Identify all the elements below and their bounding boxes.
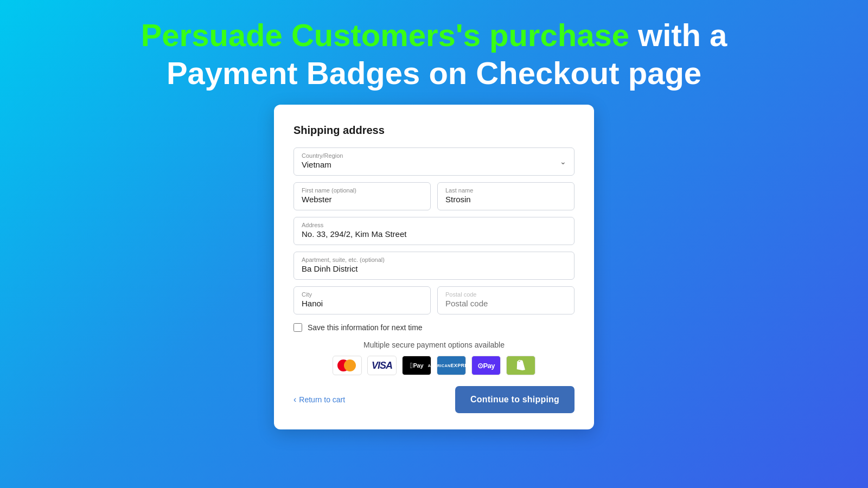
chevron-down-icon: ⌄ — [560, 157, 566, 166]
opay-badge: ⊙Pay — [471, 356, 501, 375]
visa-badge: VISA — [367, 356, 397, 375]
address-label: Address — [302, 222, 566, 228]
country-group: Country/Region Vietnam United States Uni… — [293, 147, 575, 176]
page-headline: Persuade Customers's purchase with a Pay… — [141, 16, 727, 92]
return-to-cart-link[interactable]: ‹ Return to cart — [293, 395, 345, 404]
applepay-badge:  Pay — [402, 356, 431, 375]
continue-to-shipping-button[interactable]: Continue to shipping — [455, 386, 575, 413]
last-name-group: Last name — [437, 182, 575, 210]
city-label: City — [302, 291, 423, 298]
apartment-wrapper: Apartment, suite, etc. (optional) — [293, 252, 575, 280]
headline-white-inline: with a — [629, 17, 727, 53]
last-name-label: Last name — [445, 187, 566, 194]
return-to-cart-label: Return to cart — [299, 395, 345, 404]
country-select-wrapper[interactable]: Country/Region Vietnam United States Uni… — [293, 147, 575, 176]
visa-text: VISA — [372, 360, 392, 371]
payment-label: Multiple secure payment options availabl… — [293, 341, 575, 349]
address-input[interactable] — [302, 229, 566, 239]
save-info-label[interactable]: Save this information for next time — [308, 323, 423, 332]
apple-logo-icon:  — [410, 361, 413, 370]
address-wrapper: Address — [293, 217, 575, 245]
shopify-badge — [506, 356, 535, 375]
address-group: Address — [293, 217, 575, 245]
first-name-input[interactable] — [302, 195, 423, 204]
chevron-left-icon: ‹ — [293, 395, 296, 404]
save-info-checkbox[interactable] — [293, 323, 302, 332]
city-group: City — [293, 286, 431, 314]
name-row: First name (optional) Last name — [293, 182, 575, 210]
amex-line1: AMERICAN — [428, 364, 451, 368]
country-select[interactable]: Vietnam United States United Kingdom — [302, 160, 552, 169]
apartment-input[interactable] — [302, 264, 566, 273]
city-wrapper: City — [293, 286, 431, 314]
last-name-wrapper: Last name — [437, 182, 575, 210]
first-name-wrapper: First name (optional) — [293, 182, 431, 210]
mastercard-badge — [333, 356, 362, 375]
mastercard-circles — [337, 359, 357, 371]
city-postal-row: City Postal code — [293, 286, 575, 314]
mc-orange-circle — [344, 359, 356, 371]
country-label: Country/Region — [302, 152, 552, 159]
first-name-label: First name (optional) — [302, 187, 423, 194]
section-title: Shipping address — [293, 124, 575, 137]
payment-badges-row: VISA  Pay AMERICAN EXPRESS ⊙Pay — [293, 356, 575, 375]
postal-group: Postal code — [437, 286, 575, 314]
save-info-row: Save this information for next time — [293, 323, 575, 332]
postal-input[interactable] — [445, 299, 566, 308]
postal-wrapper: Postal code — [437, 286, 575, 314]
postal-label: Postal code — [445, 291, 566, 298]
shopify-icon — [514, 359, 527, 372]
amex-badge: AMERICAN EXPRESS — [437, 356, 466, 375]
apartment-group: Apartment, suite, etc. (optional) — [293, 252, 575, 280]
apartment-label: Apartment, suite, etc. (optional) — [302, 256, 566, 263]
headline-green: Persuade Customers's purchase — [141, 17, 629, 53]
checkout-card: Shipping address Country/Region Vietnam … — [274, 105, 594, 429]
payment-section: Multiple secure payment options availabl… — [293, 341, 575, 375]
headline-line2: Payment Badges on Checkout page — [141, 54, 727, 92]
last-name-input[interactable] — [445, 195, 566, 204]
first-name-group: First name (optional) — [293, 182, 431, 210]
opay-text: ⊙Pay — [477, 362, 495, 370]
applepay-text: Pay — [413, 362, 424, 369]
footer-row: ‹ Return to cart Continue to shipping — [293, 386, 575, 413]
city-input[interactable] — [302, 299, 423, 308]
